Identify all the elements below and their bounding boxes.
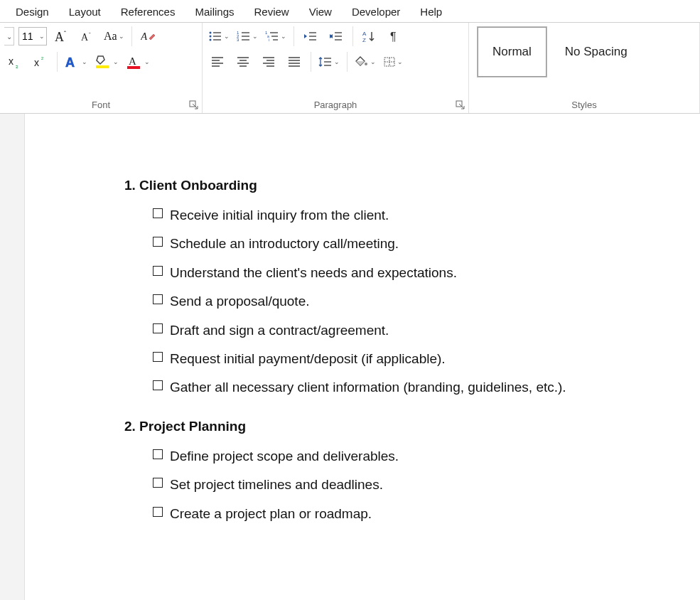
paragraph-dialog-launcher-icon[interactable] [456,100,465,110]
checkbox-icon[interactable] [153,237,163,247]
checklist-item[interactable]: Receive initial inquiry from the client. [153,205,615,226]
bullets-button[interactable]: ⌄ [207,26,231,47]
clear-formatting-button[interactable]: A [138,26,159,47]
svg-text:A: A [141,31,148,42]
svg-point-16 [210,39,212,41]
font-family-dropdown-caret[interactable]: ⌄ [4,27,14,45]
align-right-button[interactable] [258,51,279,73]
svg-point-14 [210,32,212,34]
separator [311,52,311,72]
tab-developer[interactable]: Developer [342,3,410,21]
svg-text:Z: Z [362,37,366,43]
font-size-combo[interactable]: ⌄ [18,27,47,45]
checkbox-icon[interactable] [153,380,163,390]
shrink-font-button[interactable]: Aˇ [77,26,98,47]
chevron-down-icon: ⌄ [39,33,46,40]
svg-text:ˇ: ˇ [89,31,91,38]
svg-rect-12 [127,66,140,69]
multilevel-list-button[interactable]: 1ai ⌄ [264,26,288,47]
change-case-button[interactable]: Aa ⌄ [102,26,126,47]
ribbon-tabs: DesignLayoutReferencesMailingsReviewView… [0,0,700,23]
checklist-item-text[interactable]: Set project timelines and deadlines. [170,474,383,495]
font-group: ⌄ ⌄ Aˆ Aˇ Aa ⌄ A [0,23,203,113]
checkbox-icon[interactable] [153,507,163,517]
checklist-item[interactable]: Set project timelines and deadlines. [153,474,615,495]
align-left-button[interactable] [207,51,228,73]
tab-help[interactable]: Help [410,3,452,21]
separator [131,26,132,46]
checklist-item-text[interactable]: Draft and sign a contract/agreement. [170,320,389,341]
numbering-button[interactable]: 123 ⌄ [235,26,259,47]
grow-font-button[interactable]: Aˆ [51,26,72,47]
section-heading[interactable]: 2. Project Planning [124,419,615,434]
increase-indent-button[interactable] [325,26,347,47]
chevron-down-icon: ⌄ [113,58,119,65]
checklist-item-text[interactable]: Request initial payment/deposit (if appl… [170,348,446,370]
font-size-input[interactable] [19,31,39,42]
tab-review[interactable]: Review [244,3,299,21]
checklist-item-text[interactable]: Schedule an introductory call/meeting. [170,233,399,255]
highlight-button[interactable]: ⌄ [93,51,120,73]
document-page[interactable]: 1. Client OnboardingReceive initial inqu… [25,114,700,600]
svg-text:ˆ: ˆ [64,30,66,37]
font-dialog-launcher-icon[interactable] [189,100,199,110]
align-center-button[interactable] [232,51,254,73]
checklist-item-text[interactable]: Define project scope and deliverables. [170,446,399,467]
group-label: Styles [469,98,699,113]
checklist-item[interactable]: Request initial payment/deposit (if appl… [153,348,615,370]
subscript-button[interactable]: x₂ [4,51,26,73]
text-effects-button[interactable]: A ⌄ [63,51,89,73]
checkbox-icon[interactable] [153,478,163,488]
checklist-item[interactable]: Gather all necessary client information … [153,377,615,398]
borders-button[interactable]: ⌄ [382,51,404,73]
checklist-item-text[interactable]: Receive initial inquiry from the client. [170,205,389,226]
style-normal[interactable]: Normal [478,27,546,77]
checklist-item[interactable]: Draft and sign a contract/agreement. [153,320,615,341]
svg-text:i: i [269,38,269,42]
ruler-gutter [0,114,25,600]
checkbox-icon[interactable] [153,294,163,304]
change-case-icon: Aa [104,30,117,43]
checklist-item-text[interactable]: Understand the client's needs and expect… [170,262,457,284]
checklist-item-text[interactable]: Send a proposal/quote. [170,291,310,312]
sort-button[interactable]: AZ [359,26,380,47]
tab-view[interactable]: View [299,3,342,21]
font-color-button[interactable]: A ⌄ [124,51,151,73]
checklist-item[interactable]: Understand the client's needs and expect… [153,262,615,284]
svg-text:¶: ¶ [390,31,397,43]
tab-design[interactable]: Design [6,3,59,21]
tab-references[interactable]: References [111,3,185,21]
svg-text:A: A [65,55,75,70]
checklist-item-text[interactable]: Gather all necessary client information … [170,377,566,398]
checkbox-icon[interactable] [153,266,163,276]
svg-rect-10 [96,65,109,68]
checkbox-icon[interactable] [153,449,163,459]
show-marks-button[interactable]: ¶ [384,26,406,47]
chevron-down-icon: ⌄ [334,58,340,65]
checklist-item[interactable]: Schedule an introductory call/meeting. [153,233,615,255]
line-spacing-button[interactable]: ⌄ [317,51,341,73]
svg-text:A: A [129,55,136,67]
decrease-indent-button[interactable] [300,26,321,47]
svg-point-60 [365,63,367,65]
tab-mailings[interactable]: Mailings [185,3,244,21]
tab-layout[interactable]: Layout [59,3,111,21]
checklist-item[interactable]: Create a project plan or roadmap. [153,503,615,525]
checklist-item[interactable]: Send a proposal/quote. [153,291,615,312]
checkbox-icon[interactable] [153,208,163,218]
svg-point-15 [210,36,212,38]
chevron-down-icon: ⌄ [144,58,150,65]
shading-button[interactable]: ⌄ [353,51,377,73]
section-heading[interactable]: 1. Client Onboarding [124,178,615,193]
paragraph-group: ⌄ 123 ⌄ 1ai ⌄ AZ [203,23,469,113]
separator [347,52,348,72]
superscript-button[interactable]: x² [30,51,51,73]
checkbox-icon[interactable] [153,352,163,362]
style-no-spacing[interactable]: No Spacing [551,27,642,77]
justify-button[interactable] [284,51,305,73]
checklist-item[interactable]: Define project scope and deliverables. [153,446,615,467]
ribbon: ⌄ ⌄ Aˆ Aˇ Aa ⌄ A [0,23,700,114]
separator [352,26,353,46]
checkbox-icon[interactable] [153,323,163,333]
checklist-item-text[interactable]: Create a project plan or roadmap. [170,503,372,525]
